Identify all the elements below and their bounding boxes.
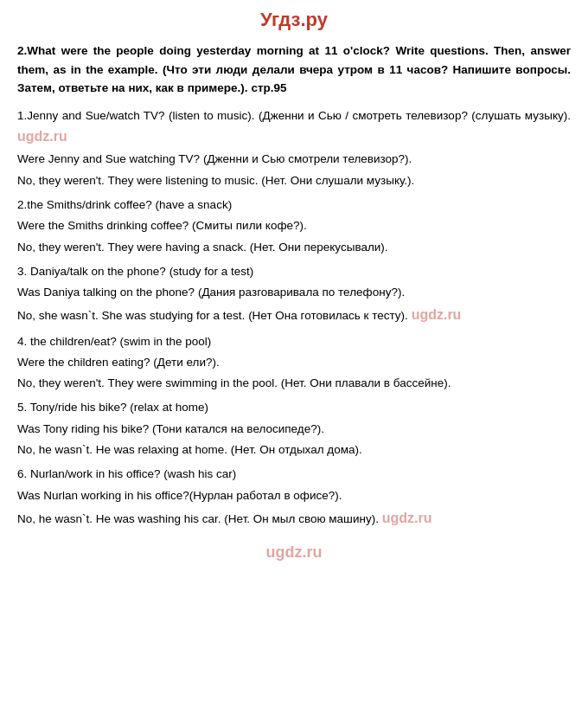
item-5: 5. Tony/ride his bike? (relax at home) W… — [17, 398, 571, 460]
item-3: 3. Daniya/talk on the phone? (study for … — [17, 262, 571, 327]
footer-watermark: ugdz.ru — [17, 543, 571, 562]
item-6: 6. Nurlan/work in his office? (wash his … — [17, 465, 571, 530]
watermark-inline-6: ugdz.ru — [382, 511, 432, 525]
task-page: стр.95 — [251, 81, 286, 94]
item-5-question: Was Tony riding his bike? (Тони катался … — [17, 420, 571, 439]
item-1-prompt: 1.Jenny and Sue/watch TV? (listen to mus… — [17, 106, 571, 149]
item-4: 4. the children/eat? (swim in the pool) … — [17, 332, 571, 394]
task-number: 2 — [17, 44, 24, 57]
item-1: 1.Jenny and Sue/watch TV? (listen to mus… — [17, 106, 571, 190]
task-instruction: 2.What were the people doing yesterday m… — [17, 42, 571, 98]
item-6-answer: No, he wasn`t. He was washing his car. (… — [17, 507, 571, 530]
item-4-question: Were the children eating? (Дети ели?). — [17, 353, 571, 372]
item-3-question: Was Daniya talking on the phone? (Дания … — [17, 283, 571, 302]
item-6-prompt: 6. Nurlan/work in his office? (wash his … — [17, 465, 571, 484]
item-5-prompt: 5. Tony/ride his bike? (relax at home) — [17, 398, 571, 417]
item-3-prompt: 3. Daniya/talk on the phone? (study for … — [17, 262, 571, 281]
item-4-answer: No, they weren't. They were swimming in … — [17, 374, 571, 393]
watermark-inline-1: ugdz.ru — [17, 129, 67, 144]
item-6-question: Was Nurlan working in his office?(Нурлан… — [17, 486, 571, 505]
content-area: 1.Jenny and Sue/watch TV? (listen to mus… — [17, 106, 571, 530]
item-5-answer: No, he wasn`t. He was relaxing at home. … — [17, 440, 571, 460]
site-title: Угдз.ру — [17, 9, 571, 31]
item-1-question: Were Jenny and Sue watching TV? (Дженни … — [17, 150, 571, 169]
watermark-inline-3: ugdz.ru — [412, 307, 462, 322]
item-2-prompt: 2.the Smiths/drink coffee? (have a snack… — [17, 196, 571, 215]
item-1-answer: No, they weren't. They were listening to… — [17, 171, 571, 190]
item-4-prompt: 4. the children/eat? (swim in the pool) — [17, 332, 571, 351]
item-2-question: Were the Smiths drinking coffee? (Смиты … — [17, 216, 571, 235]
item-2-answer: No, they weren't. They were having a sna… — [17, 238, 571, 257]
item-3-answer: No, she wasn`t. She was studying for a t… — [17, 304, 571, 326]
item-2: 2.the Smiths/drink coffee? (have a snack… — [17, 196, 571, 257]
